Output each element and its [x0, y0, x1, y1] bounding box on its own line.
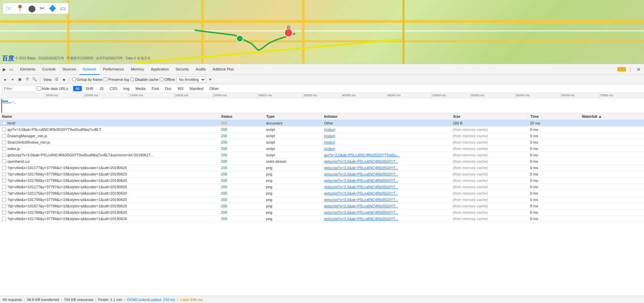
tab-console[interactable]: Console: [39, 64, 59, 75]
table-row[interactable]: ?qt=vtile&x=101766&y=37798&z=19&styles=p…: [0, 171, 644, 178]
tab-application[interactable]: Application: [148, 64, 172, 75]
offline-label[interactable]: Offline: [160, 78, 175, 82]
col-header-size[interactable]: Size: [451, 113, 528, 120]
filter-media-button[interactable]: Media: [133, 86, 148, 91]
filter-js-button[interactable]: JS: [97, 86, 106, 91]
cell-initiator[interactable]: getscript?v=3.0&ak=P5Lru6NC4Rb35G0YT...: [322, 216, 451, 222]
cell-name[interactable]: ?qt=vtile&x=101788&y=37797&z=19&styles=p…: [0, 209, 219, 216]
cell-name[interactable]: ?qt=vtile&x=101177&y=37798&z=19&styles=p…: [0, 165, 219, 171]
table-row[interactable]: api?v=3.0&ak=P5Lru6NC4Rb35G0YT9vdSudNbq7…: [0, 127, 644, 133]
record-button[interactable]: ●: [2, 77, 8, 83]
table-row[interactable]: getscript?v=3.0&ak=P5Lru6NC4Rb35G0YT9vdS…: [0, 152, 644, 158]
cell-initiator[interactable]: getscript?v=3.0&ak=P5Lru6NC4Rb35G0YT...: [322, 203, 451, 209]
cell-initiator[interactable]: getscript?v=3.0&ak=P5Lru6NC4Rb35G0YT...: [322, 209, 451, 216]
cell-initiator[interactable]: (index): [322, 133, 451, 139]
cell-initiator[interactable]: getscript?v=3.0&ak=P5Lru6NC4Rb35G0YT...: [322, 165, 451, 171]
network-table[interactable]: Name Status Type Initiator Size Time Wat…: [0, 113, 644, 296]
disable-cache-label[interactable]: Disable cache: [130, 78, 158, 82]
filter-font-button[interactable]: Font: [149, 86, 161, 91]
more-options-icon[interactable]: ⋮: [627, 66, 633, 72]
cell-name[interactable]: ?qt=vtile&x=101748&y=37798&z=19&styles=p…: [0, 216, 219, 222]
cell-initiator[interactable]: getscript?v=3.0&ak=P5Lru6NC4Rb35G0YT...: [322, 190, 451, 197]
tab-adblock[interactable]: Adblock Plus: [209, 64, 237, 75]
hide-data-urls-group[interactable]: Hide data URLs: [37, 86, 68, 91]
device-toolbar-icon[interactable]: ▭: [8, 66, 14, 72]
search-button[interactable]: 🔍: [32, 77, 38, 83]
cell-name[interactable]: html/: [0, 120, 219, 127]
filter-manifest-button[interactable]: Manifest: [187, 86, 206, 91]
tab-security[interactable]: Security: [172, 64, 192, 75]
tab-memory[interactable]: Memory: [127, 64, 148, 75]
cell-name[interactable]: api?v=3.0&ak=P5Lru6NC4Rb35G0YT9vdSudNbq7…: [0, 127, 219, 133]
table-row[interactable]: ?qt=vtile&x=101788&y=37797&z=19&styles=p…: [0, 209, 644, 216]
list-view-button[interactable]: ☰: [54, 77, 60, 83]
cell-initiator[interactable]: (index): [322, 127, 451, 133]
table-row[interactable]: ?qt=vtile&x=101788&y=37798&z=19&styles=p…: [0, 178, 644, 184]
table-row[interactable]: index.js 200 script (index) (from memory…: [0, 146, 644, 152]
large-view-button[interactable]: ■: [61, 77, 67, 83]
table-row[interactable]: ?qt=vtile&x=101177&y=37798&z=19&styles=p…: [0, 165, 644, 171]
preserve-log-label[interactable]: Preserve log: [104, 78, 129, 82]
table-row[interactable]: ?qt=vtile&x=101177&y=37797&z=19&styles=p…: [0, 184, 644, 190]
table-row[interactable]: ?qt=vtile&x=101677&y=37798&z=19&styles=p…: [0, 203, 644, 209]
cell-initiator[interactable]: (index): [322, 146, 451, 152]
col-header-type[interactable]: Type: [264, 113, 322, 120]
cell-name[interactable]: ?qt=vtile&x=101788&y=37798&z=19&styles=p…: [0, 178, 219, 184]
tab-sources[interactable]: Sources: [59, 64, 79, 75]
table-row[interactable]: ?qt=vtile&x=101799&y=37798&z=19&styles=p…: [0, 197, 644, 203]
table-row[interactable]: SearchInfoWindow_min.js 200 script (inde…: [0, 139, 644, 146]
cell-name[interactable]: ?qt=vtile&x=101766&y=37798&z=19&styles=p…: [0, 171, 219, 178]
filter-other-button[interactable]: Other: [207, 86, 221, 91]
close-devtools-button[interactable]: ✕: [635, 66, 643, 73]
filter-all-button[interactable]: All: [73, 86, 82, 91]
tab-audits[interactable]: Audits: [192, 64, 209, 75]
cell-name[interactable]: ?qt=vtile&x=101799&y=37798&z=19&styles=p…: [0, 197, 219, 203]
throttle-select[interactable]: No throttling Fast 3G Slow 3G Offline: [176, 77, 206, 83]
table-row[interactable]: ?qt=vtile&x=101175&y=37798&z=19&styles=p…: [0, 190, 644, 197]
cell-name[interactable]: SearchInfoWindow_min.js: [0, 139, 219, 146]
col-header-time[interactable]: Time: [528, 113, 580, 120]
table-row[interactable]: html/ 304 document Other 180 B 20 ms: [0, 120, 644, 127]
cell-initiator[interactable]: getscript?v=3.0&ak=P5Lru6NC4Rb35G0YT...: [322, 197, 451, 203]
tab-elements[interactable]: Elements: [17, 64, 39, 75]
cell-initiator[interactable]: getscript?v=3.0&ak=P5Lru6NC4Rb35G0YT...: [322, 158, 451, 165]
cell-initiator[interactable]: (index): [322, 139, 451, 146]
col-header-status[interactable]: Status: [219, 113, 264, 120]
cell-name[interactable]: openhand.cur: [0, 158, 219, 165]
cell-name[interactable]: ?qt=vtile&x=101177&y=37797&z=19&styles=p…: [0, 184, 219, 190]
cell-initiator[interactable]: getscript?v=3.0&ak=P5Lru6NC4Rb35G0YT...: [322, 184, 451, 190]
cell-name[interactable]: ?qt=vtile&x=101677&y=37798&z=19&styles=p…: [0, 203, 219, 209]
filter-doc-button[interactable]: Doc: [163, 86, 174, 91]
filter-toggle-button[interactable]: ∇: [24, 77, 30, 83]
cell-initiator[interactable]: api?v=3.0&ak=P5Lru6NC4Rb35G0YT9vdSu...: [322, 152, 451, 158]
disable-cache-checkbox[interactable]: [130, 78, 134, 81]
group-by-frame-checkbox[interactable]: [72, 78, 76, 81]
group-by-frame-label[interactable]: Group by frame: [72, 78, 102, 82]
cell-name[interactable]: ?qt=vtile&x=101175&y=37798&z=19&styles=p…: [0, 190, 219, 197]
tab-network[interactable]: Network: [79, 64, 100, 75]
offline-checkbox[interactable]: [160, 78, 163, 81]
cell-name[interactable]: index.js: [0, 146, 219, 152]
col-header-name[interactable]: Name: [0, 113, 219, 120]
filter-css-button[interactable]: CSS: [107, 86, 120, 91]
filter-xhr-button[interactable]: XHR: [83, 86, 96, 91]
inspect-element-icon[interactable]: ▶: [1, 66, 7, 72]
cell-initiator[interactable]: getscript?v=3.0&ak=P5Lru6NC4Rb35G0YT...: [322, 178, 451, 184]
filter-img-button[interactable]: Img: [121, 86, 132, 91]
filter-ws-button[interactable]: WS: [175, 86, 186, 91]
throttle-more-button[interactable]: ▼: [207, 77, 213, 83]
screenshot-button[interactable]: ▣: [17, 77, 23, 83]
table-row[interactable]: ?qt=vtile&x=101748&y=37798&z=19&styles=p…: [0, 216, 644, 222]
cell-initiator[interactable]: getscript?v=3.0&ak=P5Lru6NC4Rb35G0YT...: [322, 171, 451, 178]
col-header-initiator[interactable]: Initiator: [322, 113, 451, 120]
clear-button[interactable]: ◂: [9, 77, 15, 83]
cell-name[interactable]: DrawingManager_min.js: [0, 133, 219, 139]
tab-performance[interactable]: Performance: [100, 64, 127, 75]
hide-data-urls-checkbox[interactable]: [37, 86, 41, 91]
table-row[interactable]: openhand.cur 200 octet-stream getscript?…: [0, 158, 644, 165]
filter-input[interactable]: [2, 85, 36, 92]
cell-name[interactable]: getscript?v=3.0&ak=P5Lru6NC4Rb35G0YT9vdS…: [0, 152, 219, 158]
col-header-waterfall[interactable]: Waterfall ▲: [580, 113, 644, 120]
preserve-log-checkbox[interactable]: [104, 78, 107, 81]
table-row[interactable]: DrawingManager_min.js 200 script (index)…: [0, 133, 644, 139]
